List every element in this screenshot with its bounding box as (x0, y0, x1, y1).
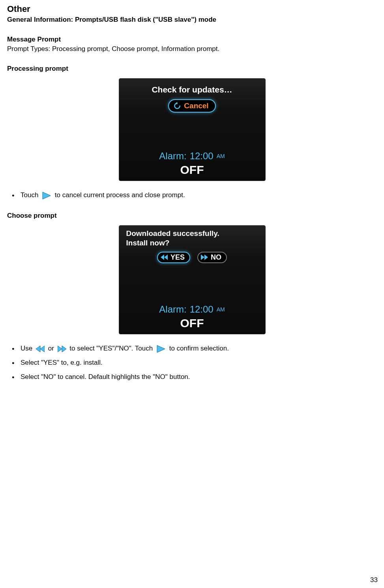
processing-bullets: Touch to cancel current process and clos… (7, 190, 377, 201)
svg-marker-6 (36, 346, 40, 352)
alarm-label: Alarm: (159, 304, 186, 315)
choose-message: Downloaded successfully. Install now? (119, 229, 265, 248)
rewind-icon (36, 346, 45, 352)
svg-marker-7 (40, 346, 45, 352)
bullet-text-post: to cancel current process and close prom… (55, 191, 185, 199)
forward-icon (58, 346, 66, 352)
alarm-off: OFF (180, 317, 204, 330)
alarm-row: Alarm: 12:00 AM (119, 304, 265, 315)
svg-marker-8 (58, 346, 62, 352)
message-prompt-heading: Message Prompt (7, 36, 377, 43)
forward-icon (200, 253, 208, 261)
alarm-ampm: AM (217, 153, 225, 159)
svg-marker-2 (161, 254, 164, 260)
list-item: Select "YES" to, e.g. install. (21, 357, 377, 368)
yes-label: YES (170, 253, 185, 262)
alarm-row: Alarm: 12:00 AM (119, 151, 265, 162)
page-title: Other (7, 4, 377, 14)
processing-heading: Processing prompt (7, 65, 377, 73)
processing-screenshot: Check for updates… Cancel Alarm: 12:00 A… (119, 78, 266, 181)
no-label: NO (211, 253, 221, 262)
refresh-icon (173, 102, 182, 110)
choose-line2: Install now? (126, 238, 258, 248)
svg-marker-3 (164, 254, 168, 260)
alarm-off: OFF (180, 163, 204, 177)
yes-button[interactable]: YES (157, 252, 190, 263)
no-button[interactable]: NO (197, 252, 227, 263)
page-subtitle: General Information: Prompts/USB flash d… (7, 16, 377, 24)
cancel-label: Cancel (184, 102, 208, 110)
play-icon (156, 345, 166, 353)
svg-marker-4 (201, 254, 204, 260)
page-number: 33 (370, 576, 378, 584)
alarm-time: 12:00 (190, 151, 214, 162)
svg-marker-9 (62, 346, 66, 352)
svg-marker-1 (43, 192, 51, 199)
play-icon (42, 191, 51, 200)
choose-screenshot: Downloaded successfully. Install now? YE… (119, 225, 266, 334)
alarm-time: 12:00 (190, 304, 214, 315)
choose-heading: Choose prompt (7, 212, 377, 220)
bullet-text-pre: Touch (21, 191, 38, 199)
cancel-button[interactable]: Cancel (168, 99, 215, 113)
svg-marker-10 (157, 345, 165, 352)
rewind-icon (160, 253, 168, 261)
list-item: Touch to cancel current process and clos… (21, 190, 377, 201)
svg-marker-5 (204, 254, 208, 260)
bullet-text: Use (21, 345, 32, 352)
bullet-text: or (48, 345, 54, 352)
processing-title: Check for updates… (152, 85, 232, 94)
choose-line1: Downloaded successfully. (126, 229, 258, 238)
list-item: Select "NO" to cancel. Default highlight… (21, 371, 377, 383)
message-prompt-text: Prompt Types: Processing prompt, Choose … (7, 45, 377, 53)
choose-bullets: Use or to select "YES"/"NO". Touch (7, 343, 377, 383)
alarm-ampm: AM (217, 306, 225, 313)
list-item: Use or to select "YES"/"NO". Touch (21, 343, 377, 354)
bullet-text: to confirm selection. (169, 345, 229, 352)
alarm-label: Alarm: (159, 151, 186, 162)
bullet-text: to select "YES"/"NO". Touch (69, 345, 153, 352)
